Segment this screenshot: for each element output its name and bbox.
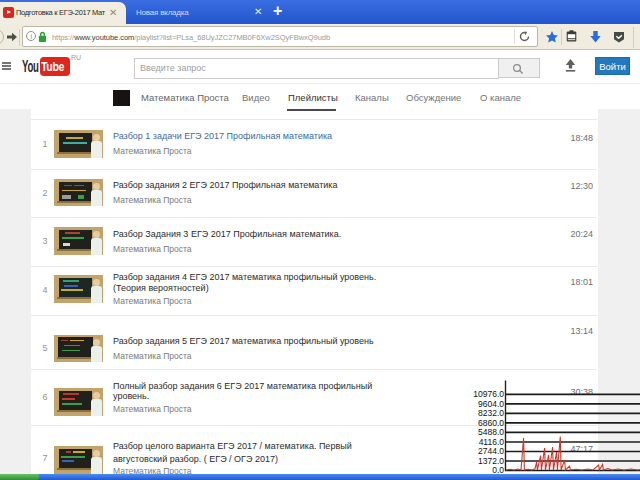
svg-text:5488.0: 5488.0 bbox=[478, 427, 504, 437]
svg-text:8232.0: 8232.0 bbox=[478, 408, 504, 418]
svg-text:10976.0: 10976.0 bbox=[473, 389, 504, 399]
svg-text:9604.0: 9604.0 bbox=[478, 399, 504, 409]
svg-text:6860.0: 6860.0 bbox=[478, 418, 504, 428]
svg-text:0.0: 0.0 bbox=[492, 465, 504, 474]
svg-text:4116.0: 4116.0 bbox=[479, 437, 505, 447]
svg-text:1372.0: 1372.0 bbox=[478, 456, 504, 466]
svg-text:2744.0: 2744.0 bbox=[478, 446, 504, 456]
